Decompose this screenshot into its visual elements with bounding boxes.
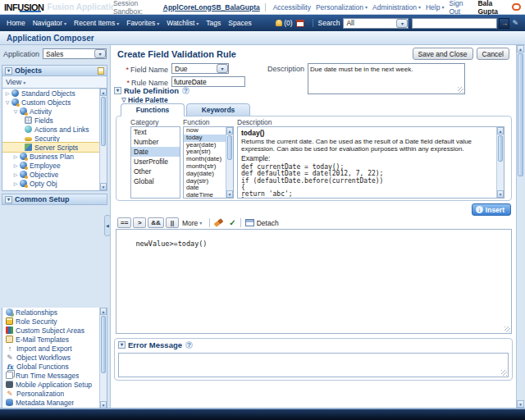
expression-editor[interactable]: newValue>=today() xyxy=(116,229,512,334)
calendar-icon[interactable] xyxy=(296,20,304,27)
category-item[interactable]: Text xyxy=(131,127,180,137)
scrollbar-thumb[interactable] xyxy=(101,97,106,146)
tree-item-actions-and-links[interactable]: Actions and Links xyxy=(2,125,107,134)
collapse-icon[interactable]: ▽ xyxy=(4,99,11,105)
validate-icon[interactable]: ✓ xyxy=(229,218,235,227)
tree-item-objective[interactable]: ▷ Objective xyxy=(2,170,107,179)
and-operator-button[interactable]: && xyxy=(148,217,164,228)
nav-home[interactable]: Home xyxy=(7,19,25,27)
view-menu-button[interactable]: View ▾ xyxy=(2,76,107,89)
tab-functions[interactable]: Functions xyxy=(121,103,185,116)
alerts-bell-icon[interactable] xyxy=(276,20,282,26)
tree-item-custom-objects[interactable]: ▽ Custom Objects xyxy=(2,98,107,107)
nav-watchlist-menu[interactable]: Watchlist▾ xyxy=(167,19,199,27)
category-item-selected[interactable]: Date xyxy=(131,147,180,157)
nav-navigator-menu[interactable]: Navigator▾ xyxy=(33,19,66,27)
cancel-button[interactable]: Cancel xyxy=(477,48,509,60)
collapse-icon[interactable]: ▾ xyxy=(5,196,12,203)
scrollbar-thumb[interactable] xyxy=(101,316,106,373)
personalization-menu[interactable]: Personalization▾ xyxy=(316,3,368,11)
main-scrollbar[interactable]: ▲ ▼ xyxy=(516,45,524,408)
expand-icon[interactable]: ▷ xyxy=(12,171,19,177)
scrollbar-thumb[interactable] xyxy=(518,53,523,176)
sidebar-item-global-functions[interactable]: Global Functions xyxy=(2,362,107,371)
sidebar-item-personalization[interactable]: Personalization xyxy=(2,389,107,398)
detach-button[interactable]: Detach xyxy=(245,219,279,227)
resize-handle-icon[interactable] xyxy=(501,370,507,376)
category-item[interactable]: Other xyxy=(131,167,180,176)
collapse-icon[interactable]: ▽ xyxy=(12,108,19,114)
resize-handle-icon[interactable] xyxy=(504,326,510,332)
erase-icon[interactable] xyxy=(214,218,224,227)
tree-item-activity[interactable]: ▽ Activity xyxy=(2,107,107,116)
chevron-down-icon[interactable]: ▾ xyxy=(217,64,228,73)
resize-handle-icon[interactable] xyxy=(458,87,463,93)
collapse-icon[interactable]: ▾ xyxy=(118,341,126,349)
scrollbar-thumb[interactable] xyxy=(498,135,503,162)
accessibility-link[interactable]: Accessibility xyxy=(273,3,311,11)
tree-item-fields[interactable]: Fields xyxy=(2,116,107,125)
equals-operator-button[interactable]: == xyxy=(117,217,131,228)
help-menu[interactable]: Help▾ xyxy=(426,3,445,11)
expand-icon[interactable]: ▷ xyxy=(12,162,19,168)
more-menu-button[interactable]: More ▾ xyxy=(182,219,202,227)
scroll-down-icon[interactable]: ▼ xyxy=(497,190,504,198)
application-select[interactable]: Sales ▾ xyxy=(43,48,107,59)
oracle-icon[interactable] xyxy=(512,3,521,11)
administration-menu[interactable]: Administration▾ xyxy=(372,3,421,11)
tree-item-business-plan[interactable]: ▷ Business Plan xyxy=(2,152,107,161)
sidebar-item-run-time-messages[interactable]: Run Time Messages xyxy=(2,371,107,380)
save-and-close-button[interactable]: Save and Close xyxy=(413,48,473,60)
category-item[interactable]: Global xyxy=(131,176,180,186)
advanced-search-icon[interactable]: ✎ xyxy=(512,19,518,27)
help-icon[interactable]: ? xyxy=(182,87,189,94)
sign-out-link[interactable]: Sign Out xyxy=(449,0,472,16)
help-icon[interactable]: ? xyxy=(185,341,193,349)
collapse-icon[interactable]: ▾ xyxy=(114,87,121,94)
scroll-down-icon[interactable]: ▼ xyxy=(100,183,107,190)
scroll-up-icon[interactable]: ▲ xyxy=(226,127,233,135)
sidebar-item-object-workflows[interactable]: Object Workflows xyxy=(2,353,107,362)
scroll-up-icon[interactable]: ▲ xyxy=(100,89,107,96)
expand-icon[interactable]: ▷ xyxy=(12,153,19,159)
greater-than-operator-button[interactable]: > xyxy=(133,217,146,228)
function-list-scrollbar[interactable]: ▲ ▼ xyxy=(226,127,233,198)
nav-recent-items-menu[interactable]: Recent Items▾ xyxy=(74,19,119,27)
scroll-down-icon[interactable]: ▼ xyxy=(517,400,524,408)
nav-spaces[interactable]: Spaces xyxy=(228,19,251,27)
expand-icon[interactable]: ▷ xyxy=(12,180,19,186)
sidebar-item-metadata-manager[interactable]: Metadata Manager xyxy=(2,398,107,407)
expand-icon[interactable]: ▷ xyxy=(4,90,11,96)
search-input[interactable] xyxy=(412,18,497,29)
collapse-icon[interactable]: ▾ xyxy=(5,67,12,75)
sidebar-item-relationships[interactable]: Relationships xyxy=(2,308,107,317)
scroll-up-icon[interactable]: ▲ xyxy=(497,127,504,135)
sidebar-item-email-templates[interactable]: E-Mail Templates xyxy=(2,335,107,344)
scrollbar-thumb[interactable] xyxy=(227,135,232,160)
tree-scrollbar[interactable]: ▲ ▼ xyxy=(99,89,107,190)
description-scrollbar[interactable]: ▲ ▼ xyxy=(496,127,504,198)
nav-favorites-menu[interactable]: Favorites▾ xyxy=(126,19,159,27)
nav-tags[interactable]: Tags xyxy=(206,19,221,27)
tab-keywords[interactable]: Keywords xyxy=(186,103,250,116)
search-scope-select[interactable]: All ▾ xyxy=(343,18,409,29)
scroll-up-icon[interactable]: ▲ xyxy=(517,45,524,52)
insert-button[interactable]: ↓ Insert xyxy=(472,203,511,216)
error-message-textarea[interactable] xyxy=(118,353,509,377)
tree-item-server-scripts[interactable]: Server Scripts xyxy=(2,143,107,152)
chevron-down-icon[interactable]: ▾ xyxy=(396,19,408,28)
sidebar-item-mobile-application-setup[interactable]: Mobile Application Setup xyxy=(2,380,107,389)
field-name-select[interactable]: Due ▾ xyxy=(171,63,229,74)
sidebar-item-import-and-export[interactable]: Import and Export xyxy=(2,344,107,353)
tree-item-security[interactable]: Security xyxy=(2,134,107,143)
tree-item-employee[interactable]: ▷ Employee xyxy=(2,161,107,170)
new-object-icon[interactable] xyxy=(98,67,104,75)
tree-item-standard-objects[interactable]: ▷ Standard Objects xyxy=(2,89,107,98)
category-item[interactable]: Number xyxy=(131,137,180,147)
category-item[interactable]: UserProfile xyxy=(131,157,180,167)
search-go-icon[interactable]: → xyxy=(499,18,509,29)
tree-item-opty-obj[interactable]: ▷ Opty Obj xyxy=(2,179,107,188)
scroll-up-icon[interactable]: ▲ xyxy=(100,308,107,315)
list-scrollbar[interactable]: ▲ ▼ xyxy=(99,308,107,409)
description-textarea[interactable]: Due date must be in the next week. xyxy=(308,63,465,94)
